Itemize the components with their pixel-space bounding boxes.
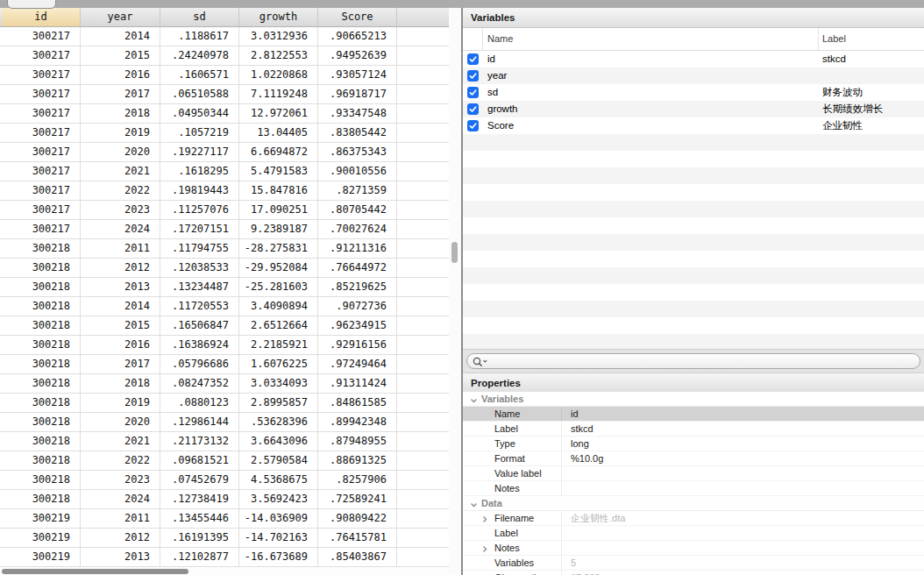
cell-growth[interactable]: 15.847816	[239, 181, 318, 200]
cell-year[interactable]: 2017	[81, 355, 160, 373]
cell-growth[interactable]: 4.5368675	[239, 471, 318, 489]
cell-id[interactable]: 300218	[2, 336, 81, 354]
cell-growth[interactable]: 2.6512664	[239, 316, 318, 335]
cell-year[interactable]: 2022	[81, 181, 160, 200]
cell-id[interactable]: 300217	[2, 85, 81, 103]
column-header-growth[interactable]: growth	[239, 8, 318, 26]
cell-year[interactable]: 2016	[81, 336, 160, 354]
cell-growth[interactable]: -29.952084	[239, 259, 318, 277]
cell-empty[interactable]	[397, 162, 449, 181]
cell-Score[interactable]: .91211316	[318, 239, 397, 258]
cell-year[interactable]: 2014	[81, 297, 160, 316]
cell-id[interactable]: 300217	[2, 162, 81, 181]
cell-year[interactable]: 2024	[81, 220, 160, 238]
cell-growth[interactable]: .53628396	[239, 413, 318, 431]
cell-id[interactable]: 300219	[2, 509, 81, 528]
cell-id[interactable]: 300217	[2, 220, 81, 238]
cell-year[interactable]: 2015	[81, 316, 160, 335]
variable-row-year[interactable]: year	[463, 67, 924, 84]
cell-year[interactable]: 2017	[81, 85, 160, 103]
cell-sd[interactable]: .04950344	[160, 104, 239, 123]
cell-id[interactable]: 300218	[2, 490, 81, 508]
variable-row-id[interactable]: idstkcd	[463, 51, 924, 67]
property-value[interactable]: id	[561, 407, 924, 421]
cell-id[interactable]: 300217	[2, 46, 81, 65]
cell-empty[interactable]	[397, 336, 449, 354]
cell-id[interactable]: 300218	[2, 297, 81, 316]
cell-growth[interactable]: 2.8995857	[239, 394, 318, 412]
cell-Score[interactable]: .91311424	[318, 374, 397, 393]
cell-empty[interactable]	[397, 85, 449, 103]
cell-sd[interactable]: .11720553	[160, 297, 239, 316]
cell-empty[interactable]	[397, 124, 449, 142]
cell-empty[interactable]	[397, 374, 449, 393]
search-icon[interactable]	[472, 356, 489, 368]
cell-Score[interactable]: .8257906	[318, 471, 397, 489]
cell-year[interactable]: 2021	[81, 162, 160, 181]
cell-Score[interactable]: .72589241	[318, 490, 397, 508]
property-value[interactable]	[561, 526, 924, 540]
cell-sd[interactable]: .19819443	[160, 181, 239, 200]
cell-year[interactable]: 2018	[81, 374, 160, 393]
cell-growth[interactable]: 7.1119248	[239, 85, 318, 103]
cell-Score[interactable]: .90809422	[318, 509, 397, 528]
cell-id[interactable]: 300218	[2, 355, 81, 373]
cell-year[interactable]: 2015	[81, 46, 160, 65]
cell-id[interactable]: 300217	[2, 27, 81, 46]
cell-empty[interactable]	[397, 181, 449, 200]
cell-growth[interactable]: -14.702163	[239, 529, 318, 547]
properties-section-data[interactable]: Data	[463, 496, 924, 511]
cell-growth[interactable]: -28.275831	[239, 239, 318, 258]
cell-sd[interactable]: .1618295	[160, 162, 239, 181]
cell-Score[interactable]: .8271359	[318, 181, 397, 200]
variable-checkbox[interactable]	[467, 87, 479, 98]
cell-id[interactable]: 300218	[2, 239, 81, 258]
cell-sd[interactable]: .07452679	[160, 471, 239, 489]
cell-Score[interactable]: .85219625	[318, 278, 397, 296]
cell-Score[interactable]: .90665213	[318, 27, 397, 46]
disclosure-toggle[interactable]	[481, 544, 488, 555]
cell-Score[interactable]: .87948955	[318, 432, 397, 451]
cell-sd[interactable]: .09681521	[160, 451, 239, 470]
cell-growth[interactable]: 17.090251	[239, 201, 318, 219]
column-header-Score[interactable]: Score	[318, 8, 397, 26]
cell-growth[interactable]: 3.4090894	[239, 297, 318, 316]
cell-sd[interactable]: .1606571	[160, 66, 239, 84]
cell-Score[interactable]: .83805442	[318, 124, 397, 142]
cell-empty[interactable]	[397, 490, 449, 508]
cell-empty[interactable]	[397, 239, 449, 258]
vertical-scrollbar-thumb[interactable]	[451, 242, 458, 263]
cell-year[interactable]: 2024	[81, 490, 160, 508]
cell-growth[interactable]: 3.6643096	[239, 432, 318, 451]
properties-section-variables[interactable]: Variables	[463, 392, 924, 407]
cell-id[interactable]: 300218	[2, 259, 81, 277]
cell-id[interactable]: 300217	[2, 181, 81, 200]
cell-Score[interactable]: .88691325	[318, 451, 397, 470]
cell-Score[interactable]: .76644972	[318, 259, 397, 277]
cell-empty[interactable]	[397, 104, 449, 123]
horizontal-scrollbar[interactable]	[0, 567, 449, 575]
cell-sd[interactable]: .11257076	[160, 201, 239, 219]
cell-year[interactable]: 2020	[81, 413, 160, 431]
cell-sd[interactable]: .06510588	[160, 85, 239, 103]
cell-year[interactable]: 2014	[81, 27, 160, 46]
cell-id[interactable]: 300217	[2, 124, 81, 142]
cell-sd[interactable]: .16506847	[160, 316, 239, 335]
cell-sd[interactable]: .1057219	[160, 124, 239, 142]
cell-Score[interactable]: .89942348	[318, 413, 397, 431]
cell-empty[interactable]	[397, 471, 449, 489]
cell-year[interactable]: 2011	[81, 509, 160, 528]
cell-id[interactable]: 300218	[2, 374, 81, 393]
column-header-year[interactable]: year	[81, 8, 160, 26]
variable-checkbox[interactable]	[467, 120, 479, 131]
cell-growth[interactable]: 3.0312936	[239, 27, 318, 46]
cell-empty[interactable]	[397, 220, 449, 238]
cell-sd[interactable]: .13455446	[160, 509, 239, 528]
cell-id[interactable]: 300219	[2, 548, 81, 566]
cell-empty[interactable]	[397, 201, 449, 219]
cell-empty[interactable]	[397, 278, 449, 296]
cell-id[interactable]: 300217	[2, 104, 81, 123]
cell-id[interactable]: 300218	[2, 316, 81, 335]
cell-year[interactable]: 2012	[81, 529, 160, 547]
cell-sd[interactable]: .11794755	[160, 239, 239, 258]
